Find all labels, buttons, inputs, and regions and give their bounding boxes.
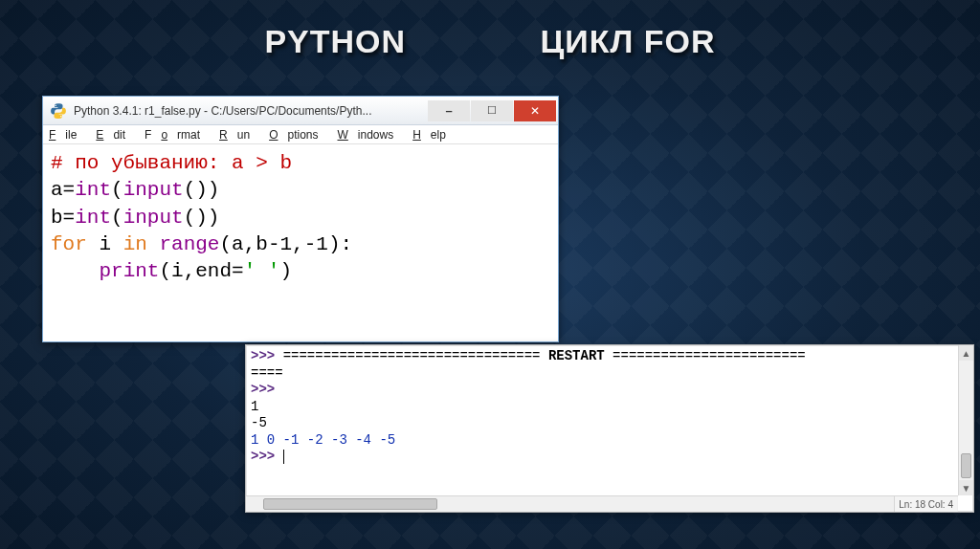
menu-run[interactable]: Run [219,128,259,142]
code-line-3: b=int(input()) [51,207,219,229]
scroll-up-icon[interactable]: ▲ [959,345,973,361]
code-line-1: # по убыванию: a > b [51,152,292,174]
slide-title: PYTHON ЦИКЛ FOR [0,23,980,60]
shell-result: 1 0 -1 -2 -3 -4 -5 [251,432,395,448]
horizontal-scrollbar[interactable] [246,495,958,512]
minimize-button[interactable] [428,100,470,121]
menu-help[interactable]: Help [412,128,456,142]
menu-windows[interactable]: Windows [338,128,404,142]
close-button[interactable] [514,100,556,121]
window-caption-text: Python 3.4.1: r1_false.py - C:/Users/PC/… [74,104,427,118]
maximize-button[interactable] [471,100,513,121]
menu-edit[interactable]: Edit [96,128,135,142]
status-text: Ln: 18 Col: 4 [899,499,953,510]
prompt: >>> [251,449,275,464]
shell-input-1: 1 [251,399,258,414]
restart-label: RESTART [548,348,605,363]
svg-point-0 [55,104,56,105]
title-left: PYTHON [264,23,406,60]
code-line-5: print(i,end=' ') [51,260,292,282]
menu-format[interactable]: Format [145,128,210,142]
statusbar: Ln: 18 Col: 4 [894,495,957,512]
code-editor[interactable]: # по убыванию: a > b a=int(input()) b=in… [43,144,558,290]
menu-options[interactable]: Options [269,128,327,142]
vertical-scrollbar[interactable]: ▲ ▼ [958,345,973,495]
menubar: File Edit Format Run Options Windows Hel… [43,125,558,144]
shell-input-2: -5 [251,415,267,430]
prompt: >>> [251,348,275,363]
slide: PYTHON ЦИКЛ FOR Python 3.4.1: r1_false.p… [0,0,980,549]
editor-window: Python 3.4.1: r1_false.py - C:/Users/PC/… [42,96,559,342]
title-right: ЦИКЛ FOR [541,23,716,60]
svg-point-1 [60,115,61,116]
code-line-4: for i in range(a,b-1,-1): [51,233,352,255]
python-icon [49,101,68,121]
code-line-2: a=int(input()) [51,179,219,201]
window-caption-bar[interactable]: Python 3.4.1: r1_false.py - C:/Users/PC/… [43,97,558,125]
menu-file[interactable]: File [49,128,86,142]
window-buttons [427,100,556,121]
text-cursor [283,450,284,464]
shell-output[interactable]: >>> ================================ RES… [247,346,958,494]
scroll-down-icon[interactable]: ▼ [959,480,973,495]
shell-window: >>> ================================ RES… [245,344,974,513]
prompt: >>> [251,382,275,397]
